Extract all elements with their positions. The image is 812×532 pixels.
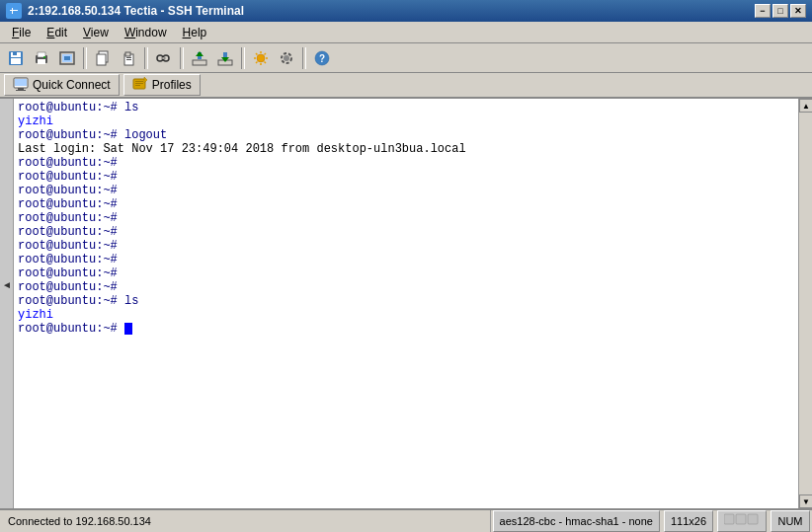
svg-rect-50 — [135, 85, 140, 86]
term-line-13: root@ubuntu:~# — [18, 266, 794, 280]
svg-rect-52 — [724, 514, 734, 524]
quick-connect-label: Quick Connect — [33, 78, 111, 92]
svg-line-35 — [256, 53, 258, 55]
svg-rect-6 — [13, 52, 17, 55]
svg-rect-17 — [125, 52, 130, 56]
svg-line-36 — [265, 61, 267, 63]
term-line-cursor: root@ubuntu:~# — [18, 322, 794, 336]
svg-rect-48 — [135, 81, 143, 82]
svg-rect-10 — [43, 56, 45, 58]
term-line-6: root@ubuntu:~# — [18, 170, 794, 184]
profiles-icon — [132, 77, 148, 94]
menu-view[interactable]: View — [75, 24, 117, 41]
sftp-upload-btn[interactable] — [188, 46, 211, 70]
save-toolbar-btn[interactable] — [4, 46, 28, 70]
side-margin: ◄ — [0, 99, 14, 508]
title-bar: 2:192.168.50.134 Tectia - SSH Terminal −… — [0, 0, 812, 22]
svg-text:?: ? — [319, 53, 325, 64]
svg-rect-49 — [135, 83, 143, 84]
svg-rect-9 — [38, 59, 45, 64]
scroll-up-arrow[interactable]: ▲ — [799, 99, 812, 113]
svg-rect-18 — [126, 57, 131, 58]
help-toolbar-btn[interactable]: ? — [310, 46, 334, 70]
svg-rect-54 — [748, 514, 758, 524]
svg-marker-26 — [196, 51, 203, 56]
nav-bar: Quick Connect Profiles — [0, 73, 812, 99]
keyboard-icons — [717, 510, 767, 532]
num-lock-status: NUM — [771, 510, 810, 532]
term-line-3: root@ubuntu:~# logout — [18, 128, 794, 142]
cipher-text: aes128-cbc - hmac-sha1 - none — [500, 515, 653, 527]
menu-window[interactable]: Window — [117, 24, 175, 41]
term-line-12: root@ubuntu:~# — [18, 253, 794, 266]
maximize-button[interactable]: □ — [772, 4, 788, 18]
keyboard-status — [724, 513, 760, 529]
svg-rect-4 — [11, 58, 21, 64]
quick-connect-button[interactable]: Quick Connect — [4, 74, 120, 96]
toolbar-sep2 — [144, 47, 148, 69]
term-line-4: Last login: Sat Nov 17 23:49:04 2018 fro… — [18, 142, 794, 156]
print-toolbar-btn[interactable] — [30, 46, 53, 70]
num-lock-text: NUM — [777, 515, 802, 527]
sftp-download-btn[interactable] — [213, 46, 237, 70]
status-bar: Connected to 192.168.50.134 aes128-cbc -… — [0, 508, 812, 532]
scroll-down-arrow[interactable]: ▼ — [799, 494, 812, 508]
svg-rect-2 — [12, 8, 13, 14]
right-scrollbar[interactable]: ▲ ▼ — [798, 99, 812, 508]
paste-toolbar-btn[interactable] — [117, 46, 140, 70]
svg-point-39 — [284, 55, 289, 61]
svg-rect-22 — [162, 57, 165, 59]
term-line-8: root@ubuntu:~# — [18, 197, 794, 211]
menu-file[interactable]: File — [4, 24, 39, 41]
window-title: 2:192.168.50.134 Tectia - SSH Terminal — [28, 4, 755, 18]
close-button[interactable]: ✕ — [790, 4, 806, 18]
svg-rect-1 — [10, 10, 18, 11]
toolbar-sep4 — [241, 47, 245, 69]
terminal[interactable]: root@ubuntu:~# ls yizhi root@ubuntu:~# l… — [14, 99, 798, 508]
quick-connect-icon — [13, 77, 29, 94]
settings2-toolbar-btn[interactable] — [275, 46, 298, 70]
toolbar-sep3 — [180, 47, 184, 69]
term-line-11: root@ubuntu:~# — [18, 239, 794, 253]
minimize-button[interactable]: − — [755, 4, 771, 18]
svg-line-37 — [265, 53, 267, 55]
svg-rect-45 — [18, 88, 24, 90]
connection-text: Connected to 192.168.50.134 — [8, 515, 151, 527]
svg-rect-53 — [736, 514, 746, 524]
toolbar-sep1 — [83, 47, 87, 69]
term-line-16: yizhi — [18, 308, 794, 322]
terminal-cursor — [124, 323, 132, 335]
cipher-status: aes128-cbc - hmac-sha1 - none — [493, 510, 660, 532]
svg-rect-19 — [126, 59, 131, 60]
term-line-14: root@ubuntu:~# — [18, 280, 794, 294]
svg-point-30 — [257, 54, 265, 62]
toolbar: ? — [0, 43, 812, 73]
toolbar-sep5 — [302, 47, 306, 69]
settings-toolbar-btn[interactable] — [249, 46, 273, 70]
scroll-track[interactable] — [799, 113, 812, 494]
profiles-button[interactable]: Profiles — [123, 74, 201, 96]
svg-rect-13 — [64, 56, 70, 60]
copy-toolbar-btn[interactable] — [91, 46, 115, 70]
find-toolbar-btn[interactable] — [152, 46, 176, 70]
svg-rect-24 — [193, 60, 206, 65]
menu-edit[interactable]: Edit — [39, 24, 75, 41]
svg-rect-46 — [16, 90, 26, 91]
dimensions-status: 111x26 — [664, 510, 713, 532]
term-line-1: root@ubuntu:~# ls — [18, 101, 794, 114]
dimensions-text: 111x26 — [671, 515, 706, 527]
term-line-9: root@ubuntu:~# — [18, 211, 794, 225]
svg-rect-15 — [97, 54, 106, 65]
term-line-15: root@ubuntu:~# ls — [18, 294, 794, 308]
connection-status: Connected to 192.168.50.134 — [0, 510, 491, 532]
term-line-7: root@ubuntu:~# — [18, 184, 794, 197]
profiles-label: Profiles — [152, 78, 192, 92]
menu-help[interactable]: Help — [175, 24, 215, 41]
svg-rect-44 — [15, 79, 27, 86]
term-line-2: yizhi — [18, 114, 794, 128]
main-area: ◄ root@ubuntu:~# ls yizhi root@ubuntu:~#… — [0, 99, 812, 508]
term-line-5: root@ubuntu:~# — [18, 156, 794, 170]
svg-line-38 — [256, 61, 258, 63]
capture-toolbar-btn[interactable] — [55, 46, 79, 70]
app-icon — [6, 3, 22, 19]
